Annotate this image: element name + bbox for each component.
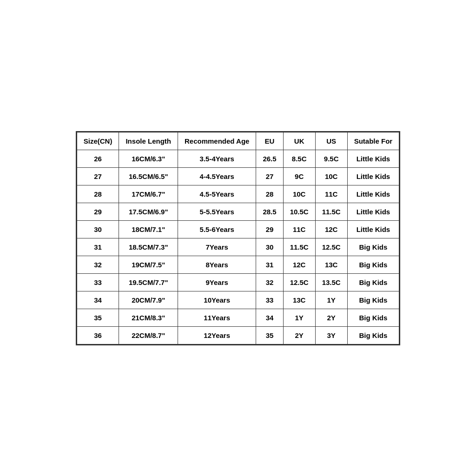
table-cell-2-4: 10C [283,185,315,203]
table-cell-4-6: Little Kids [347,220,399,238]
table-cell-8-3: 33 [256,291,283,309]
table-cell-1-0: 27 [77,167,119,185]
table-cell-1-2: 4-4.5Years [178,167,256,185]
table-cell-9-6: Big Kids [347,309,399,326]
table-cell-4-0: 30 [77,220,119,238]
table-row: 3622CM/8.7"12Years352Y3YBig Kids [77,326,399,344]
table-cell-7-2: 9Years [178,273,256,291]
table-cell-7-4: 12.5C [283,273,315,291]
table-cell-5-2: 7Years [178,238,256,256]
table-cell-8-2: 10Years [178,291,256,309]
table-cell-5-5: 12.5C [315,238,347,256]
table-header-row: Size(CN)Insole LengthRecommended AgeEUUK… [77,132,399,150]
table-row: 3521CM/8.3"11Years341Y2YBig Kids [77,309,399,326]
table-cell-0-2: 3.5-4Years [178,150,256,167]
table-cell-10-0: 36 [77,326,119,344]
table-cell-3-4: 10.5C [283,203,315,220]
table-cell-3-0: 29 [77,203,119,220]
table-cell-2-3: 28 [256,185,283,203]
table-cell-3-6: Little Kids [347,203,399,220]
table-cell-9-0: 35 [77,309,119,326]
table-cell-0-5: 9.5C [315,150,347,167]
table-cell-5-0: 31 [77,238,119,256]
table-cell-6-3: 31 [256,256,283,273]
table-cell-2-5: 11C [315,185,347,203]
column-header-6: Sutable For [347,132,399,150]
table-cell-3-2: 5-5.5Years [178,203,256,220]
table-row: 2817CM/6.7"4.5-5Years2810C11CLittle Kids [77,185,399,203]
table-cell-2-6: Little Kids [347,185,399,203]
table-cell-1-3: 27 [256,167,283,185]
table-cell-1-1: 16.5CM/6.5" [119,167,178,185]
table-cell-0-6: Little Kids [347,150,399,167]
table-cell-0-3: 26.5 [256,150,283,167]
table-row: 3319.5CM/7.7"9Years3212.5C13.5CBig Kids [77,273,399,291]
table-cell-7-5: 13.5C [315,273,347,291]
table-row: 2616CM/6.3"3.5-4Years26.58.5C9.5CLittle … [77,150,399,167]
table-cell-4-3: 29 [256,220,283,238]
table-cell-9-3: 34 [256,309,283,326]
table-cell-8-0: 34 [77,291,119,309]
table-cell-9-4: 1Y [283,309,315,326]
table-cell-4-4: 11C [283,220,315,238]
table-cell-7-6: Big Kids [347,273,399,291]
table-cell-9-1: 21CM/8.3" [119,309,178,326]
table-row: 3018CM/7.1"5.5-6Years2911C12CLittle Kids [77,220,399,238]
table-cell-10-1: 22CM/8.7" [119,326,178,344]
table-cell-10-3: 35 [256,326,283,344]
table-cell-5-6: Big Kids [347,238,399,256]
table-cell-2-1: 17CM/6.7" [119,185,178,203]
table-row: 3219CM/7.5"8Years3112C13CBig Kids [77,256,399,273]
table-cell-1-6: Little Kids [347,167,399,185]
table-cell-6-5: 13C [315,256,347,273]
table-cell-0-1: 16CM/6.3" [119,150,178,167]
table-cell-2-0: 28 [77,185,119,203]
table-cell-4-2: 5.5-6Years [178,220,256,238]
table-cell-1-4: 9C [283,167,315,185]
table-cell-8-5: 1Y [315,291,347,309]
table-cell-10-6: Big Kids [347,326,399,344]
table-cell-6-4: 12C [283,256,315,273]
table-cell-0-4: 8.5C [283,150,315,167]
column-header-1: Insole Length [119,132,178,150]
table-cell-4-1: 18CM/7.1" [119,220,178,238]
table-cell-3-1: 17.5CM/6.9" [119,203,178,220]
table-cell-9-2: 11Years [178,309,256,326]
table-cell-7-1: 19.5CM/7.7" [119,273,178,291]
column-header-4: UK [283,132,315,150]
column-header-3: EU [256,132,283,150]
column-header-0: Size(CN) [77,132,119,150]
table-row: 3420CM/7.9"10Years3313C1YBig Kids [77,291,399,309]
table-cell-9-5: 2Y [315,309,347,326]
table-cell-6-1: 19CM/7.5" [119,256,178,273]
column-header-2: Recommended Age [178,132,256,150]
table-row: 3118.5CM/7.3"7Years3011.5C12.5CBig Kids [77,238,399,256]
table-cell-3-3: 28.5 [256,203,283,220]
column-header-5: US [315,132,347,150]
table-row: 2917.5CM/6.9"5-5.5Years28.510.5C11.5CLit… [77,203,399,220]
table-cell-7-0: 33 [77,273,119,291]
table-cell-3-5: 11.5C [315,203,347,220]
size-chart-table: Size(CN)Insole LengthRecommended AgeEUUK… [77,132,399,344]
table-row: 2716.5CM/6.5"4-4.5Years279C10CLittle Kid… [77,167,399,185]
size-chart-container: Size(CN)Insole LengthRecommended AgeEUUK… [76,131,400,345]
table-cell-0-0: 26 [77,150,119,167]
table-cell-4-5: 12C [315,220,347,238]
table-cell-10-4: 2Y [283,326,315,344]
table-cell-5-1: 18.5CM/7.3" [119,238,178,256]
table-cell-8-6: Big Kids [347,291,399,309]
table-cell-10-2: 12Years [178,326,256,344]
table-cell-7-3: 32 [256,273,283,291]
table-cell-6-2: 8Years [178,256,256,273]
table-cell-5-3: 30 [256,238,283,256]
table-cell-6-0: 32 [77,256,119,273]
table-cell-8-1: 20CM/7.9" [119,291,178,309]
table-cell-1-5: 10C [315,167,347,185]
table-cell-2-2: 4.5-5Years [178,185,256,203]
table-cell-6-6: Big Kids [347,256,399,273]
table-cell-8-4: 13C [283,291,315,309]
table-cell-5-4: 11.5C [283,238,315,256]
table-cell-10-5: 3Y [315,326,347,344]
